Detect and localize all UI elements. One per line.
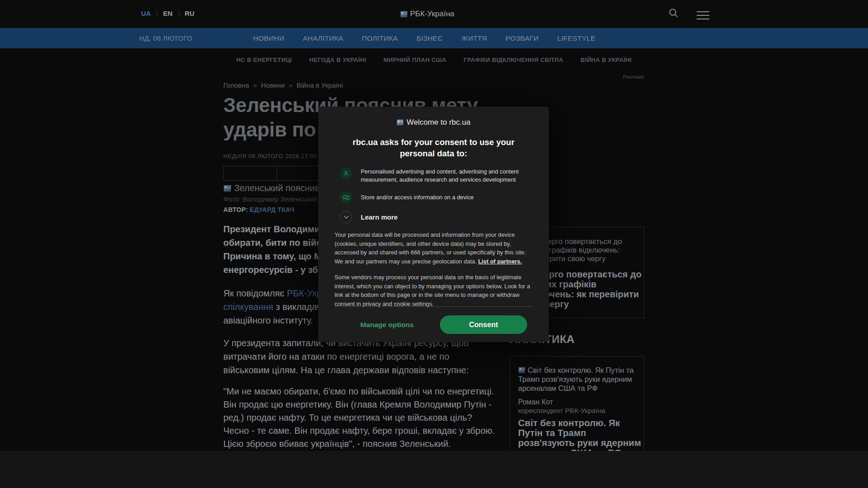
author-link[interactable]: ЕДУАРД ТКАЧ	[250, 206, 294, 213]
site-logo[interactable]: РБК-Україна	[400, 9, 454, 19]
sidebar-image-placeholder: Світ без контролю. Як Путін та Трамп роз…	[518, 366, 636, 393]
nav-item-rozvahy[interactable]: РОЗВАГИ	[505, 34, 538, 42]
nav-item-analityka[interactable]: АНАЛІТИКА	[303, 34, 343, 42]
person-icon	[340, 167, 352, 179]
devices-icon	[340, 191, 352, 203]
article-date: НЕДІЛЯ 08 ЛЮТОГО 2026 17:00	[223, 153, 317, 160]
broken-image-icon	[400, 11, 408, 18]
topic-tag[interactable]: МИРНИЙ ПЛАН США	[383, 56, 446, 63]
breadcrumb-home[interactable]: Головна	[223, 81, 249, 89]
dialog-heading: rbc.ua asks for your consent to use your…	[335, 136, 533, 159]
page: UA EN RU РБК-Україна НД, 08 ЛЮТОГО НОВИН…	[0, 0, 868, 488]
purpose-personalised-ads: Personalised advertising and content, ad…	[340, 167, 533, 183]
nav-item-polityka[interactable]: ПОЛІТИКА	[362, 34, 398, 42]
breadcrumb-separator: »	[253, 81, 257, 89]
author-label: АВТОР:	[223, 206, 248, 213]
header-actions	[668, 8, 709, 20]
communication-link[interactable]: спілкування	[223, 302, 273, 312]
article-quote: "Ми не маємо обирати, б'ємо по військові…	[223, 385, 495, 450]
dialog-purposes: Personalised advertising and content, ad…	[340, 167, 533, 223]
topic-tags: НС В ЕНЕРГЕТИЦІ НЕГОДА В УКРАЇНІ МИРНИЙ …	[0, 48, 868, 71]
sidebar-article-card[interactable]: Світ без контролю. Як Путін та Трамп роз…	[509, 356, 644, 451]
dialog-legitimate-interest-text: Some vendors may process your personal d…	[335, 273, 533, 308]
divider	[157, 10, 157, 17]
language-switcher: UA EN RU	[141, 9, 194, 17]
main-nav: НД, 08 ЛЮТОГО НОВИНИ АНАЛІТИКА ПОЛІТИКА …	[0, 28, 868, 48]
dialog-welcome: Welcome to rbc.ua	[335, 118, 533, 127]
nav-item-biznes[interactable]: БІЗНЕС	[416, 34, 443, 42]
consent-button[interactable]: Consent	[440, 315, 527, 334]
ad-label: Реклама	[608, 74, 644, 80]
lang-en[interactable]: EN	[163, 9, 173, 17]
breadcrumb-news[interactable]: Новини	[261, 81, 284, 89]
broken-image-icon	[518, 367, 525, 373]
lang-ua[interactable]: UA	[141, 9, 151, 17]
divider	[335, 306, 533, 307]
bottom-ad-band	[0, 451, 868, 488]
topic-tag[interactable]: ВІЙНА В УКРАЇНІ	[580, 56, 632, 63]
manage-options-button[interactable]: Manage options	[360, 321, 414, 329]
breadcrumb-separator: »	[289, 81, 292, 89]
topic-tag[interactable]: ГРАФІКИ ВІДКЛЮЧЕННЯ СВІТЛА	[464, 56, 564, 63]
learn-more-link[interactable]: Learn more	[361, 213, 398, 221]
nav-item-zhyttia[interactable]: ЖИТТЯ	[462, 34, 487, 42]
broken-image-icon	[223, 185, 231, 192]
dialog-disclosure-text: Your personal data will be processed and…	[335, 230, 533, 266]
divider	[179, 10, 179, 17]
lang-ru[interactable]: RU	[185, 9, 195, 17]
breadcrumb-war[interactable]: Війна в Україні	[297, 81, 343, 89]
sidebar-author-role: кореспондент РБК-Україна	[518, 406, 636, 415]
purpose-store-access: Store and/or access information on a dev…	[340, 191, 533, 203]
top-header: UA EN RU РБК-Україна	[0, 0, 868, 28]
menu-icon[interactable]	[697, 9, 709, 19]
share-button[interactable]	[223, 166, 277, 181]
sidebar-author-name: Роман Кот	[518, 398, 636, 406]
learn-more-row: Learn more	[340, 211, 533, 223]
broken-image-icon	[396, 119, 404, 126]
chevron-down-icon[interactable]	[340, 211, 352, 223]
search-icon[interactable]	[668, 8, 679, 20]
topic-tag[interactable]: НЕГОДА В УКРАЇНІ	[309, 56, 366, 63]
consent-dialog: Welcome to rbc.ua rbc.ua asks for your c…	[318, 107, 549, 342]
logo-text: РБК-Україна	[410, 9, 454, 19]
dialog-buttons: Manage options Consent	[335, 315, 533, 334]
nav-menu: НОВИНИ АНАЛІТИКА ПОЛІТИКА БІЗНЕС ЖИТТЯ Р…	[253, 34, 595, 42]
share-buttons	[223, 166, 330, 181]
list-of-partners-link[interactable]: List of partners.	[478, 258, 522, 265]
article-paragraph: У президента запитали, чи вистачить Укра…	[223, 336, 469, 377]
nav-item-novyny[interactable]: НОВИНИ	[253, 34, 284, 42]
topic-tag[interactable]: НС В ЕНЕРГЕТИЦІ	[236, 56, 292, 63]
breadcrumb: Головна » Новини » Війна в Україні	[223, 81, 343, 89]
nav-item-lifestyle[interactable]: LIFESTYLE	[557, 34, 595, 42]
author-row: АВТОР: ЕДУАРД ТКАЧ	[223, 206, 294, 213]
nav-date: НД, 08 ЛЮТОГО	[139, 34, 192, 42]
